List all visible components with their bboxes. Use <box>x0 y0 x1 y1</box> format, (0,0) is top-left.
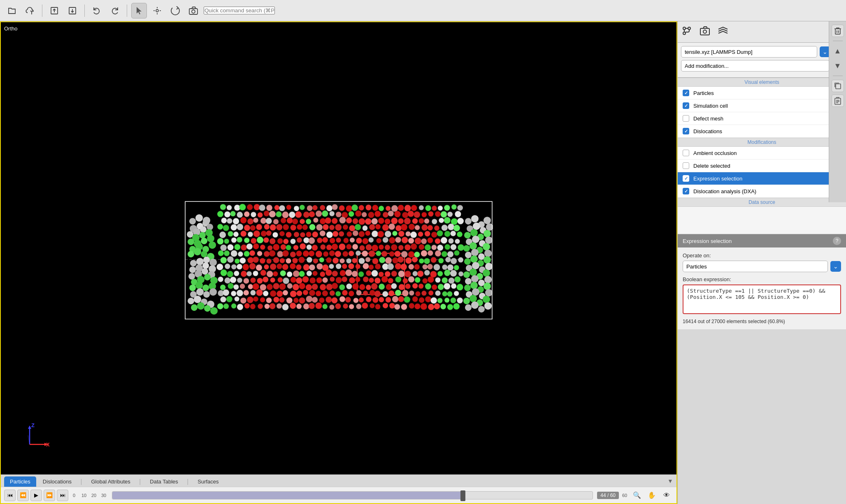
simulation-cell-item[interactable]: Simulation cell <box>678 99 846 112</box>
hand-button[interactable]: ✋ <box>645 489 658 502</box>
select-button[interactable] <box>131 3 147 18</box>
defect-mesh-checkbox[interactable] <box>683 115 689 122</box>
paste-item-button[interactable] <box>832 95 844 107</box>
expression-selection-checkbox[interactable] <box>683 175 689 182</box>
expr-panel-body: Operate on: Particles ⌄ Boolean expressi… <box>678 247 846 329</box>
time-10: 10 <box>80 493 88 498</box>
timeline-progress <box>112 492 463 499</box>
right-panel: tensile.xyz [LAMMPS Dump] ⌄ ⋮ Add modifi… <box>677 21 846 504</box>
cloud-button[interactable] <box>22 3 38 18</box>
ambient-occlusion-item[interactable]: Ambient occlusion <box>678 147 846 160</box>
open-file-button[interactable] <box>4 3 20 18</box>
bottom-tabs: Particles Dislocations │ Global Attribut… <box>1 475 676 487</box>
expr-help-button[interactable]: ? <box>833 237 841 245</box>
ortho-label: Ortho <box>4 25 18 32</box>
right-action-panel: ▲ ▼ <box>829 21 846 202</box>
add-modification-row: Add modification... ⌄ <box>681 60 843 72</box>
dxa-item[interactable]: Dislocation analysis (DXA) <box>678 185 846 198</box>
svg-text:Z: Z <box>31 422 35 428</box>
svg-point-136 <box>683 27 686 30</box>
timeline-marker[interactable] <box>460 490 465 501</box>
ambient-occlusion-checkbox[interactable] <box>683 150 689 156</box>
operate-on-arrow[interactable]: ⌄ <box>830 261 841 272</box>
simulation-cell-checkbox[interactable] <box>683 102 689 109</box>
delete-item-button[interactable] <box>832 25 844 37</box>
time-60: 60 <box>621 493 629 498</box>
boolean-expr-label: Boolean expression: <box>683 276 841 282</box>
camera-screenshot-button[interactable] <box>186 3 201 18</box>
separator-3 <box>127 5 127 17</box>
add-modification-select[interactable]: Add modification... <box>681 60 830 72</box>
transform-button[interactable] <box>149 3 165 18</box>
global-attrs-tab[interactable]: Global Attributes <box>85 476 136 487</box>
operate-on-select[interactable]: Particles <box>683 261 828 272</box>
dislocations-label: Dislocations <box>693 128 841 134</box>
toolbar <box>0 0 846 21</box>
expression-status: 16414 out of 27000 elements selected (60… <box>683 319 841 324</box>
simulation-cell-label: Simulation cell <box>693 103 841 109</box>
timeline-track[interactable] <box>112 491 593 499</box>
expr-panel-title: Expression selection <box>683 238 732 244</box>
particles-tab[interactable]: Particles <box>4 476 36 487</box>
svg-point-138 <box>688 27 690 30</box>
redo-button[interactable] <box>107 3 123 18</box>
expression-selection-item[interactable]: Expression selection <box>678 172 846 185</box>
export-button[interactable] <box>65 3 80 18</box>
modifications-header: Modifications <box>678 138 846 147</box>
time-30: 30 <box>100 493 108 498</box>
axis-indicator: Z X <box>17 420 50 454</box>
next-frame-button[interactable]: ⏩ <box>44 490 55 501</box>
zoom-button[interactable]: 🔍 <box>630 489 644 502</box>
dislocations-tab[interactable]: Dislocations <box>37 476 77 487</box>
delete-selected-checkbox[interactable] <box>683 162 689 169</box>
svg-rect-139 <box>700 28 709 35</box>
dislocations-item[interactable]: Dislocations <box>678 125 846 138</box>
particles-item[interactable]: Particles <box>678 87 846 99</box>
svg-text:X: X <box>46 442 50 448</box>
svg-point-140 <box>703 30 707 33</box>
pipeline-icon[interactable] <box>682 26 692 38</box>
viewport[interactable]: Ortho <box>0 21 677 504</box>
data-source-select[interactable]: tensile.xyz [LAMMPS Dump] <box>681 46 817 58</box>
copy-item-button[interactable] <box>832 80 844 92</box>
prev-frame-button[interactable]: ⏪ <box>17 490 29 501</box>
delete-selected-item[interactable]: Delete selected <box>678 160 846 172</box>
defect-mesh-item[interactable]: Defect mesh <box>678 112 846 125</box>
skip-end-button[interactable]: ⏭ <box>57 490 68 501</box>
simulation-canvas[interactable]: /* Generated in JS below */ <box>184 201 493 320</box>
bottom-bar: Particles Dislocations │ Global Attribut… <box>1 474 676 503</box>
search-input[interactable] <box>204 7 275 14</box>
move-down-button[interactable]: ▼ <box>832 60 844 72</box>
expression-selection-label: Expression selection <box>693 176 841 182</box>
delete-selected-label: Delete selected <box>693 163 841 169</box>
dxa-checkbox[interactable] <box>683 188 689 194</box>
rotate-button[interactable] <box>167 3 183 18</box>
data-source-row: tensile.xyz [LAMMPS Dump] ⌄ ⋮ <box>681 46 843 58</box>
time-0: 0 <box>70 493 78 498</box>
undo-button[interactable] <box>89 3 105 18</box>
timeline: ⏮ ⏪ ▶ ⏩ ⏭ 0 10 20 30 44 / 60 60 🔍 ✋ <box>1 487 676 503</box>
render-camera-icon[interactable] <box>700 26 710 37</box>
visual-elements-header: Visual elements <box>678 78 846 87</box>
action-separator-1 <box>833 41 843 41</box>
move-up-button[interactable]: ▲ <box>832 45 844 57</box>
scene-panel: tensile.xyz [LAMMPS Dump] ⌄ ⋮ Add modifi… <box>678 43 846 78</box>
operate-on-row: Particles ⌄ <box>683 261 841 272</box>
eye-button[interactable]: 👁 <box>660 489 673 502</box>
particles-label: Particles <box>693 90 841 96</box>
particles-checkbox[interactable] <box>683 90 689 96</box>
surfaces-tab[interactable]: Surfaces <box>192 476 224 487</box>
svg-rect-144 <box>836 84 841 89</box>
data-tables-tab[interactable]: Data Tables <box>144 476 184 487</box>
action-separator-2 <box>833 76 843 76</box>
layers-icon[interactable] <box>718 26 728 37</box>
svg-point-11 <box>192 10 195 13</box>
import-button[interactable] <box>46 3 62 18</box>
play-button[interactable]: ▶ <box>30 490 42 501</box>
skip-start-button[interactable]: ⏮ <box>4 490 16 501</box>
collapse-button[interactable]: ▼ <box>666 476 675 486</box>
dislocations-checkbox[interactable] <box>683 128 689 134</box>
boolean-expression-input[interactable]: (StructureType ==1 || StructureType ==0)… <box>683 284 841 314</box>
svg-point-5 <box>156 9 158 12</box>
operate-on-label: Operate on: <box>683 252 841 259</box>
